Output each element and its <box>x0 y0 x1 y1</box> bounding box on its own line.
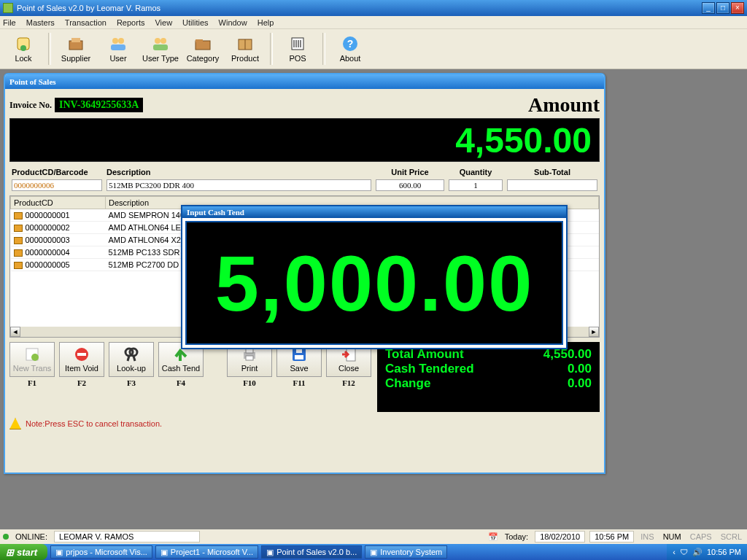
product-icon <box>236 35 254 52</box>
svg-point-8 <box>160 38 166 44</box>
action-bar: New TransF1Item VoidF2Look-upF3Cash Tend… <box>9 342 600 412</box>
svg-rect-24 <box>77 353 86 356</box>
category-icon <box>194 35 212 52</box>
system-tray[interactable]: ‹ 🛡 🔊 10:56 PM <box>667 544 747 560</box>
taskbar-task[interactable]: ▣Project1 - Microsoft V... <box>155 545 258 559</box>
entry-row <box>9 178 600 192</box>
svg-point-4 <box>112 38 118 44</box>
task-icon: ▣ <box>55 548 63 557</box>
user-type-icon <box>152 35 169 52</box>
taskbar-task[interactable]: ▣prjpos - Microsoft Vis... <box>50 545 152 559</box>
svg-rect-6 <box>111 44 125 50</box>
status-caps: CAPS <box>688 532 714 542</box>
status-ins: INS <box>638 532 656 542</box>
svg-point-1 <box>20 45 26 51</box>
item-void-button[interactable]: Item Void <box>59 342 104 377</box>
menu-view[interactable]: View <box>155 18 172 27</box>
toolbar-product-button[interactable]: Product <box>225 31 266 67</box>
menubar: FileMastersTransactionReportsViewUtiliti… <box>0 16 747 29</box>
svg-rect-11 <box>196 39 203 42</box>
look-up-button[interactable]: Look-up <box>109 342 154 377</box>
amount-label: Amount <box>528 93 600 117</box>
toolbar-about-button[interactable]: ?About <box>330 31 371 67</box>
fkey-label: F4 <box>177 378 185 387</box>
status-bar: ONLINE: LEOMAR V. RAMOS 📅 Today: 18/02/2… <box>0 529 747 544</box>
about-icon: ? <box>341 35 359 52</box>
description-input[interactable] <box>107 179 371 191</box>
entry-header: ProductCD/Barcode Description Unit Price… <box>9 166 600 178</box>
fkey-label: F10 <box>243 378 256 387</box>
esc-note: Note:Press ESC to cancel transaction. <box>9 418 600 429</box>
dot-icon <box>3 534 9 540</box>
unitprice-input[interactable] <box>376 179 444 191</box>
fkey-label: F3 <box>127 378 136 387</box>
status-scrl: SCRL <box>719 532 744 542</box>
menu-window[interactable]: Window <box>219 18 247 27</box>
app-icon <box>3 3 13 13</box>
menu-transaction[interactable]: Transaction <box>65 18 107 27</box>
svg-line-27 <box>128 356 129 361</box>
lock-icon <box>15 35 32 52</box>
windows-logo-icon: ⊞ <box>6 547 14 558</box>
cash-tend-dialog[interactable]: Input Cash Tend 5,000.00 <box>181 205 568 349</box>
svg-rect-14 <box>292 38 303 50</box>
task-icon: ▣ <box>370 548 377 557</box>
maximize-button[interactable]: □ <box>716 2 729 14</box>
cash-tend-value[interactable]: 5,000.00 <box>185 221 563 345</box>
warning-icon <box>9 418 21 429</box>
svg-rect-34 <box>295 355 303 359</box>
tray-network-icon[interactable]: 🔊 <box>692 548 703 557</box>
fkey-label: F11 <box>293 378 305 387</box>
toolbar-lock-button[interactable]: Lock <box>3 31 44 67</box>
toolbar-user-type-button[interactable]: User Type <box>140 31 181 67</box>
menu-file[interactable]: File <box>3 18 16 27</box>
main-toolbar: LockSupplierUserUser TypeCategoryProduct… <box>0 29 747 69</box>
user-icon <box>109 35 127 52</box>
taskbar-task[interactable]: ▣Inventory System <box>365 545 447 559</box>
tray-clock[interactable]: 10:56 PM <box>707 548 741 556</box>
tray-chevron-icon[interactable]: ‹ <box>673 548 676 556</box>
minimize-button[interactable]: _ <box>702 2 715 14</box>
new-trans-icon <box>24 346 40 362</box>
menu-reports[interactable]: Reports <box>117 18 145 27</box>
invoice-label: Invoice No. <box>9 100 52 111</box>
menu-help[interactable]: Help <box>258 18 274 27</box>
toolbar-supplier-button[interactable]: Supplier <box>55 31 96 67</box>
supplier-icon <box>67 35 85 52</box>
svg-point-7 <box>155 38 160 44</box>
status-user: LEOMAR V. RAMOS <box>54 531 200 542</box>
start-button[interactable]: ⊞ start <box>0 544 47 560</box>
status-num: NUM <box>661 532 684 542</box>
scroll-right-arrow[interactable]: ► <box>589 327 599 337</box>
toolbar-category-button[interactable]: Category <box>182 31 223 67</box>
product-icon <box>14 249 23 257</box>
look-up-icon <box>123 346 139 362</box>
calendar-icon: 📅 <box>488 532 498 542</box>
product-icon <box>14 237 23 244</box>
totals-panel: Total Amount4,550.00 Cash Tendered0.00 C… <box>377 342 600 412</box>
pos-icon <box>289 35 306 52</box>
fkey-label: F12 <box>342 378 355 387</box>
scroll-left-arrow[interactable]: ◄ <box>10 327 20 337</box>
taskbar-task[interactable]: ▣Point of Sales v2.0 b... <box>261 545 362 559</box>
amount-display: 4,550.00 <box>9 118 600 162</box>
svg-line-28 <box>133 356 135 361</box>
subtotal-input[interactable] <box>507 179 597 191</box>
quantity-input[interactable] <box>449 179 503 191</box>
toolbar-user-button[interactable]: User <box>98 31 139 67</box>
new-trans-button: New Trans <box>9 342 55 377</box>
product-icon <box>14 225 23 232</box>
toolbar-pos-button[interactable]: POS <box>277 31 318 67</box>
titlebar: Point of Sales v2.0 by Leomar V. Ramos _… <box>0 0 747 16</box>
close-button[interactable]: × <box>731 2 744 14</box>
menu-utilities[interactable]: Utilities <box>182 18 208 27</box>
svg-rect-9 <box>153 44 168 50</box>
svg-point-5 <box>118 38 124 44</box>
svg-point-22 <box>31 354 39 361</box>
tray-shield-icon[interactable]: 🛡 <box>680 548 688 556</box>
svg-rect-3 <box>71 38 80 42</box>
barcode-input[interactable] <box>12 179 102 191</box>
cash-tend-title: Input Cash Tend <box>182 206 566 218</box>
menu-masters[interactable]: Masters <box>26 18 55 27</box>
task-icon: ▣ <box>160 548 168 557</box>
